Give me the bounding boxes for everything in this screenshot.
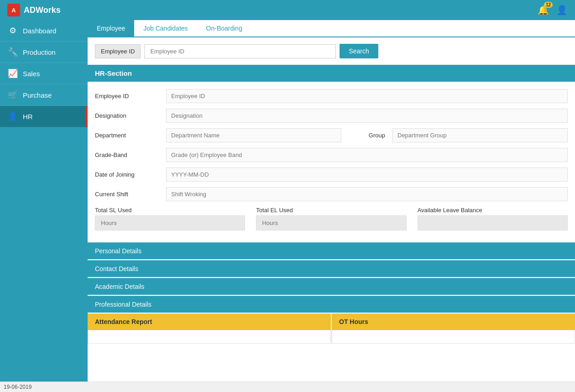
tab-job-candidates[interactable]: Job Candidates bbox=[134, 20, 197, 37]
department-row: Department Group bbox=[95, 128, 568, 142]
current-shift-row: Current Shift bbox=[95, 187, 568, 201]
sidebar-label-sales: Sales bbox=[23, 70, 40, 78]
department-label: Department bbox=[95, 132, 159, 139]
bottom-panels: Attendance Report OT Hours bbox=[88, 314, 575, 344]
user-profile-icon[interactable]: 👤 bbox=[556, 5, 568, 16]
navbar-right: 🔔 12 👤 bbox=[538, 5, 568, 16]
available-leave-input[interactable] bbox=[418, 215, 568, 230]
employee-id-input[interactable] bbox=[166, 89, 568, 103]
search-label: Employee ID bbox=[95, 44, 141, 58]
sidebar: ⚙ Dashboard 🔧 Production 📈 Sales 🛒 Purch… bbox=[0, 20, 88, 382]
date-joining-label: Date of Joining bbox=[95, 171, 159, 178]
total-sl-label: Total SL Used bbox=[95, 207, 245, 214]
total-sl-col: Total SL Used bbox=[95, 207, 245, 230]
leave-row: Total SL Used Total EL Used Available Le… bbox=[95, 207, 568, 230]
total-el-label: Total EL Used bbox=[256, 207, 406, 214]
total-sl-input[interactable] bbox=[95, 215, 245, 230]
sidebar-item-sales[interactable]: 📈 Sales bbox=[0, 63, 88, 84]
sidebar-item-dashboard[interactable]: ⚙ Dashboard bbox=[0, 20, 88, 42]
main-layout: ⚙ Dashboard 🔧 Production 📈 Sales 🛒 Purch… bbox=[0, 20, 575, 382]
sidebar-item-hr[interactable]: 👤 HR bbox=[0, 106, 88, 127]
sidebar-label-hr: HR bbox=[23, 113, 33, 120]
available-leave-col: Available Leave Balance bbox=[418, 207, 568, 230]
attendance-report-body bbox=[88, 330, 331, 344]
date-joining-input[interactable] bbox=[166, 167, 568, 182]
footer: 19-06-2019 bbox=[0, 382, 575, 392]
available-leave-label: Available Leave Balance bbox=[418, 207, 568, 214]
tab-employee[interactable]: Employee bbox=[88, 20, 134, 37]
hr-section-header: HR-Section bbox=[88, 65, 575, 82]
ot-hours-panel: OT Hours bbox=[332, 314, 575, 344]
current-shift-label: Current Shift bbox=[95, 191, 159, 198]
purchase-icon: 🛒 bbox=[7, 90, 18, 100]
hr-form: Employee ID Designation Department Group… bbox=[88, 82, 575, 241]
grade-band-label: Grade-Band bbox=[95, 152, 159, 158]
academic-details-section[interactable]: Academic Details bbox=[88, 278, 575, 295]
ot-hours-header: OT Hours bbox=[332, 314, 575, 330]
designation-input[interactable] bbox=[166, 109, 568, 123]
hr-icon: 👤 bbox=[7, 111, 18, 121]
group-label: Group bbox=[349, 132, 385, 139]
navbar: A ADWorks 🔔 12 👤 bbox=[0, 0, 575, 20]
content-area: Employee Job Candidates On-Boarding Empl… bbox=[88, 20, 575, 382]
designation-row: Designation bbox=[95, 109, 568, 123]
production-icon: 🔧 bbox=[7, 47, 18, 57]
total-el-input[interactable] bbox=[256, 215, 406, 230]
department-input[interactable] bbox=[166, 128, 341, 142]
dashboard-icon: ⚙ bbox=[7, 26, 18, 36]
search-bar: Employee ID Search bbox=[88, 37, 575, 65]
notification-count: 12 bbox=[544, 2, 553, 8]
sidebar-label-production: Production bbox=[23, 48, 56, 56]
search-button[interactable]: Search bbox=[340, 44, 378, 58]
total-el-col: Total EL Used bbox=[256, 207, 406, 230]
grade-band-input[interactable] bbox=[166, 148, 568, 162]
search-input[interactable] bbox=[144, 44, 336, 58]
attendance-report-header: Attendance Report bbox=[88, 314, 331, 330]
sales-icon: 📈 bbox=[7, 68, 18, 78]
personal-details-section[interactable]: Personal Details bbox=[88, 242, 575, 259]
employee-id-label: Employee ID bbox=[95, 93, 159, 99]
tab-on-boarding[interactable]: On-Boarding bbox=[197, 20, 251, 37]
attendance-report-panel: Attendance Report bbox=[88, 314, 331, 344]
app-logo: A bbox=[7, 4, 20, 16]
app-title: ADWorks bbox=[24, 5, 61, 15]
current-shift-input[interactable] bbox=[166, 187, 568, 201]
designation-label: Designation bbox=[95, 112, 159, 119]
grade-band-row: Grade-Band bbox=[95, 148, 568, 162]
date-joining-row: Date of Joining bbox=[95, 167, 568, 182]
sidebar-item-production[interactable]: 🔧 Production bbox=[0, 42, 88, 63]
employee-id-row: Employee ID bbox=[95, 89, 568, 103]
tab-bar: Employee Job Candidates On-Boarding bbox=[88, 20, 575, 37]
ot-hours-body bbox=[332, 330, 575, 344]
sidebar-label-dashboard: Dashboard bbox=[23, 27, 56, 35]
sidebar-item-purchase[interactable]: 🛒 Purchase bbox=[0, 84, 88, 106]
professional-details-section[interactable]: Professional Details bbox=[88, 296, 575, 313]
group-input[interactable] bbox=[392, 128, 568, 142]
sidebar-label-purchase: Purchase bbox=[23, 91, 52, 99]
navbar-left: A ADWorks bbox=[7, 4, 61, 16]
footer-date: 19-06-2019 bbox=[4, 384, 31, 390]
contact-details-section[interactable]: Contact Details bbox=[88, 260, 575, 277]
notification-badge-container: 🔔 12 bbox=[538, 5, 549, 16]
